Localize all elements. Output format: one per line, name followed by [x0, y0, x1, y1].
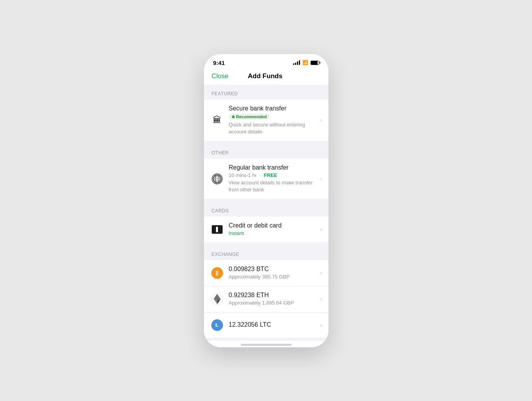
btc-subtitle: Approximately 385.75 GBP: [229, 273, 317, 280]
chevron-icon: ›: [320, 270, 322, 277]
list-item-ltc[interactable]: Ł 12.322056 LTC ›: [204, 313, 328, 338]
chevron-icon: ›: [320, 117, 322, 124]
section-header-other: OTHER: [204, 144, 328, 159]
spacer-2: [204, 199, 328, 202]
nav-bar: Close Add Funds: [204, 69, 328, 85]
eth-icon: [211, 293, 223, 305]
globe-icon: [212, 173, 223, 184]
chevron-icon: ›: [320, 296, 322, 303]
scroll-content: FEATURED 🏛 Secure bank transfer Recommen…: [204, 85, 328, 341]
regular-bank-content: Regular bank transfer 10 mins-1 hr · FRE…: [229, 164, 317, 193]
section-other: OTHER: [204, 144, 328, 199]
badge-label: Recommended: [236, 114, 267, 119]
ltc-title: 12.322056 LTC: [229, 321, 317, 328]
eth-content: 0.929238 ETH Approximately 1,895.64 GBP: [229, 292, 317, 306]
ltc-icon-wrap: Ł: [210, 318, 224, 332]
chevron-icon: ›: [320, 322, 322, 329]
secure-bank-subtitle: Quick and secure without entering accoun…: [229, 121, 317, 135]
battery-icon: [311, 61, 319, 65]
section-exchange: EXCHANGE ₿ 0.009823 BTC Approximately 38…: [204, 245, 328, 337]
section-cards: CARDS Credit or debit card Instant ›: [204, 202, 328, 242]
list-card-exchange: ₿ 0.009823 BTC Approximately 385.75 GBP …: [204, 260, 328, 337]
globe-icon-wrap: [210, 172, 224, 186]
status-icons: 📶: [293, 60, 319, 65]
list-item-eth[interactable]: 0.929238 ETH Approximately 1,895.64 GBP …: [204, 286, 328, 312]
card-title: Credit or debit card: [229, 222, 317, 229]
wifi-icon: 📶: [302, 60, 308, 65]
card-icon-wrap: [210, 222, 224, 236]
bank-icon: 🏛: [213, 115, 221, 125]
status-time: 9:41: [213, 60, 225, 66]
list-card-cards: Credit or debit card Instant ›: [204, 217, 328, 242]
btc-icon: ₿: [211, 267, 223, 279]
chevron-icon: ›: [320, 175, 322, 182]
secure-bank-title: Secure bank transfer: [229, 105, 317, 112]
btc-content: 0.009823 BTC Approximately 385.75 GBP: [229, 266, 317, 280]
list-card-featured: 🏛 Secure bank transfer Recommended Quick…: [204, 100, 328, 141]
chevron-icon: ›: [320, 226, 322, 233]
list-card-other: Regular bank transfer 10 mins-1 hr · FRE…: [204, 159, 328, 199]
ltc-content: 12.322056 LTC: [229, 321, 317, 329]
page-title: Add Funds: [248, 72, 283, 80]
regular-bank-title: Regular bank transfer: [229, 164, 317, 171]
list-item-card[interactable]: Credit or debit card Instant ›: [204, 217, 328, 242]
free-label: FREE: [264, 172, 277, 178]
section-header-cards: CARDS: [204, 202, 328, 217]
secure-bank-content: Secure bank transfer Recommended Quick a…: [229, 105, 317, 136]
spacer-3: [204, 242, 328, 245]
card-stripe: [216, 227, 218, 232]
phone-container: 9:41 📶 Close Add Funds FEATURED: [204, 54, 328, 347]
spacer-4: [204, 338, 328, 341]
list-item-regular-bank[interactable]: Regular bank transfer 10 mins-1 hr · FRE…: [204, 159, 328, 199]
status-bar: 9:41 📶: [204, 54, 328, 69]
badge-dot: [232, 116, 235, 118]
instant-label: Instant: [229, 230, 244, 236]
ltc-icon: Ł: [211, 319, 223, 331]
card-icon: [212, 225, 223, 234]
close-button[interactable]: Close: [212, 72, 228, 80]
card-content: Credit or debit card Instant: [229, 222, 317, 237]
list-item-btc[interactable]: ₿ 0.009823 BTC Approximately 385.75 GBP …: [204, 260, 328, 286]
list-item-secure-bank[interactable]: 🏛 Secure bank transfer Recommended Quick…: [204, 100, 328, 141]
spacer-1: [204, 141, 328, 144]
bank-icon-wrap: 🏛: [210, 113, 224, 127]
section-header-exchange: EXCHANGE: [204, 245, 328, 260]
eth-subtitle: Approximately 1,895.64 GBP: [229, 299, 317, 306]
bottom-bar: [204, 341, 328, 347]
btc-title: 0.009823 BTC: [229, 266, 317, 273]
section-featured: FEATURED 🏛 Secure bank transfer Recommen…: [204, 85, 328, 141]
transfer-time: 10 mins-1 hr: [229, 172, 257, 178]
card-subtitle: Instant: [229, 230, 317, 237]
transfer-desc: View account details to make transfer fr…: [229, 180, 313, 193]
btc-icon-wrap: ₿: [210, 266, 224, 280]
home-indicator: [241, 344, 291, 346]
section-header-featured: FEATURED: [204, 85, 328, 100]
signal-icon: [293, 60, 300, 65]
eth-icon-wrap: [210, 292, 224, 306]
regular-bank-subtitle: 10 mins-1 hr · FREE View account details…: [229, 172, 317, 193]
recommended-badge: Recommended: [229, 114, 270, 120]
eth-title: 0.929238 ETH: [229, 292, 317, 299]
